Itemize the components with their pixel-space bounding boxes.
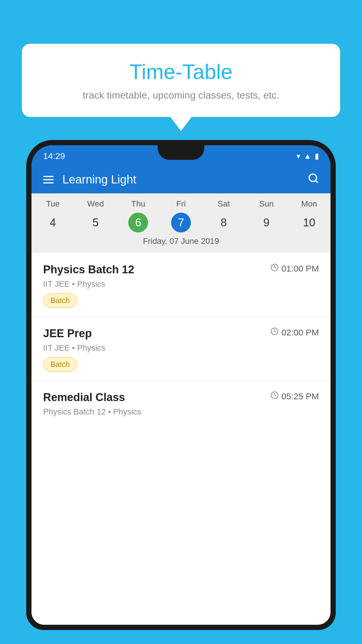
bubble-title: Time-Table xyxy=(39,60,323,84)
schedule-item-3-time: 05:25 PM xyxy=(270,391,319,401)
day-header-fri: Fri xyxy=(160,199,203,209)
schedule-item-3-subtitle: Physics Batch 12 • Physics xyxy=(43,407,319,416)
schedule-item-1-title: Physics Batch 12 xyxy=(43,263,134,276)
status-bar: 14:29 ▾ ▲ ▮ xyxy=(31,145,331,166)
day-9[interactable]: 9 xyxy=(256,213,276,232)
clock-icon-2 xyxy=(270,327,279,337)
selected-date-label: Friday, 07 June 2019 xyxy=(31,237,331,250)
schedule-item-3-header: Remedial Class 05:25 PM xyxy=(43,391,319,404)
schedule-item-2[interactable]: JEE Prep 02:00 PM IIT JEE • Physics xyxy=(31,317,331,381)
phone-screen: 14:29 ▾ ▲ ▮ Learning Light xyxy=(31,145,331,625)
schedule-item-1[interactable]: Physics Batch 12 01:00 PM IIT JEE • P xyxy=(31,253,331,317)
schedule-item-1-header: Physics Batch 12 01:00 PM xyxy=(43,263,319,276)
phone-frame: 14:29 ▾ ▲ ▮ Learning Light xyxy=(26,140,336,630)
status-time: 14:29 xyxy=(43,151,65,161)
day-header-sat: Sat xyxy=(202,199,245,209)
schedule-item-1-time: 01:00 PM xyxy=(270,263,319,274)
schedule-item-2-subtitle: IIT JEE • Physics xyxy=(43,343,319,353)
clock-icon-1 xyxy=(270,263,279,274)
day-headers: Tue Wed Thu Fri Sat Sun Mon xyxy=(31,199,331,209)
day-10[interactable]: 10 xyxy=(299,213,319,232)
wifi-icon: ▾ xyxy=(296,152,300,161)
day-6-today[interactable]: 6 xyxy=(128,213,148,232)
schedule-item-3-time-text: 05:25 PM xyxy=(282,391,319,401)
schedule-item-2-time: 02:00 PM xyxy=(270,327,319,337)
schedule-item-2-header: JEE Prep 02:00 PM xyxy=(43,327,319,340)
day-8[interactable]: 8 xyxy=(214,213,234,232)
speech-bubble: Time-Table track timetable, upcoming cla… xyxy=(22,44,340,117)
day-5[interactable]: 5 xyxy=(86,213,106,232)
status-icons: ▾ ▲ ▮ xyxy=(296,152,319,161)
battery-icon: ▮ xyxy=(315,152,319,161)
svg-line-1 xyxy=(315,180,317,182)
schedule-item-3[interactable]: Remedial Class 05:25 PM Physics Batch xyxy=(31,381,331,416)
clock-icon-3 xyxy=(270,391,279,401)
day-4[interactable]: 4 xyxy=(43,213,63,232)
day-header-thu: Thu xyxy=(117,199,160,209)
schedule-item-2-time-text: 02:00 PM xyxy=(282,328,319,337)
phone-container: 14:29 ▾ ▲ ▮ Learning Light xyxy=(26,140,336,644)
app-title: Learning Light xyxy=(62,173,308,186)
signal-icon: ▲ xyxy=(304,152,311,161)
schedule-item-2-title: JEE Prep xyxy=(43,327,92,340)
menu-icon[interactable] xyxy=(43,176,54,183)
schedule-list: Physics Batch 12 01:00 PM IIT JEE • P xyxy=(31,253,331,625)
day-7-selected[interactable]: 7 xyxy=(171,213,191,232)
schedule-item-3-title: Remedial Class xyxy=(43,391,125,404)
day-header-mon: Mon xyxy=(288,199,331,209)
app-bar: Learning Light xyxy=(31,166,331,193)
calendar-strip: Tue Wed Thu Fri Sat Sun Mon 4 5 6 7 8 9 … xyxy=(31,193,331,253)
day-numbers: 4 5 6 7 8 9 10 xyxy=(31,213,331,232)
schedule-item-1-time-text: 01:00 PM xyxy=(282,264,319,274)
schedule-item-1-badge: Batch xyxy=(43,293,77,308)
schedule-item-1-subtitle: IIT JEE • Physics xyxy=(43,279,319,289)
day-header-wed: Wed xyxy=(74,199,117,209)
day-header-tue: Tue xyxy=(31,199,74,209)
bubble-subtitle: track timetable, upcoming classes, tests… xyxy=(39,90,323,101)
speech-bubble-section: Time-Table track timetable, upcoming cla… xyxy=(22,44,340,117)
day-header-sun: Sun xyxy=(245,199,288,209)
search-icon[interactable] xyxy=(308,173,319,186)
schedule-item-2-badge: Batch xyxy=(43,357,77,372)
